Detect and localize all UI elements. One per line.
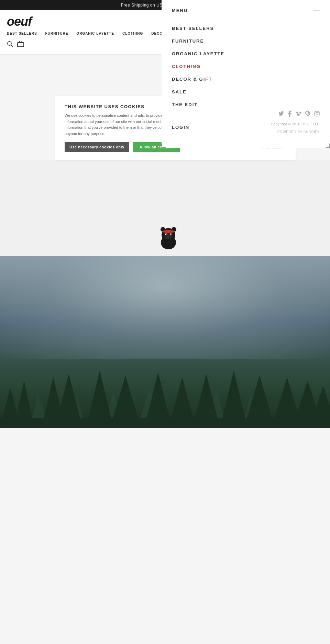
social-area: Copyright © 2018 OEUF LLC POWERED BY SHO… bbox=[271, 111, 320, 134]
resize-corner-bottom-right[interactable] bbox=[326, 144, 330, 148]
resize-corner-bottom-left[interactable] bbox=[162, 144, 166, 148]
use-necessary-cookies-button[interactable]: Use necessary cookies only bbox=[65, 142, 129, 152]
menu-header: MENU — bbox=[172, 7, 320, 14]
menu-item-decor-gift[interactable]: DECOR & GIFT bbox=[172, 73, 320, 86]
menu-item-the-edit[interactable]: THE EDIT bbox=[172, 98, 320, 111]
svg-point-4 bbox=[316, 113, 318, 115]
menu-item-clothing[interactable]: CLOTHING bbox=[172, 60, 320, 73]
menu-item-organic-layette[interactable]: ORGANIC LAYETTE bbox=[172, 47, 320, 60]
nav-item-organic-layette[interactable]: ORGANIC LAYETTE bbox=[76, 32, 114, 35]
bear-mascot bbox=[158, 225, 179, 249]
svg-point-15 bbox=[162, 230, 175, 233]
twitter-icon[interactable] bbox=[278, 111, 284, 117]
menu-item-best-sellers[interactable]: BEST SELLERS bbox=[172, 22, 320, 35]
powered-text: POWERED BY SHOPIFY bbox=[277, 130, 320, 134]
forest-trees bbox=[0, 334, 330, 428]
copyright-text: Copyright © 2018 OEUF LLC bbox=[271, 122, 320, 126]
menu-close-button[interactable]: — bbox=[313, 7, 320, 14]
forest-section bbox=[0, 256, 330, 428]
svg-point-13 bbox=[166, 234, 166, 235]
vimeo-icon[interactable] bbox=[296, 111, 301, 117]
cart-icon[interactable] bbox=[17, 41, 24, 49]
menu-overlay: MENU — BEST SELLERS FURNITURE ORGANIC LA… bbox=[162, 0, 330, 148]
bottom-area bbox=[0, 428, 330, 517]
instagram-icon[interactable] bbox=[314, 111, 320, 118]
svg-rect-2 bbox=[18, 43, 24, 47]
nav-item-best-sellers[interactable]: BEST SELLERS bbox=[7, 32, 37, 35]
menu-item-furniture[interactable]: FURNITURE bbox=[172, 35, 320, 47]
svg-point-14 bbox=[170, 234, 171, 235]
nav-item-furniture[interactable]: FURNITURE bbox=[45, 32, 68, 35]
menu-title: MENU bbox=[172, 8, 188, 13]
svg-point-5 bbox=[318, 112, 319, 113]
svg-point-16 bbox=[167, 236, 170, 238]
svg-point-0 bbox=[8, 42, 11, 45]
search-icon[interactable] bbox=[7, 41, 13, 49]
svg-line-1 bbox=[11, 45, 13, 47]
social-icons bbox=[278, 111, 320, 118]
svg-rect-42 bbox=[0, 418, 330, 428]
bear-section bbox=[0, 160, 330, 256]
facebook-icon[interactable] bbox=[288, 111, 292, 118]
pinterest-icon[interactable] bbox=[305, 111, 310, 118]
svg-rect-3 bbox=[315, 111, 319, 116]
menu-item-sale[interactable]: SALE bbox=[172, 86, 320, 98]
nav-item-clothing[interactable]: CLOTHING bbox=[122, 32, 143, 35]
